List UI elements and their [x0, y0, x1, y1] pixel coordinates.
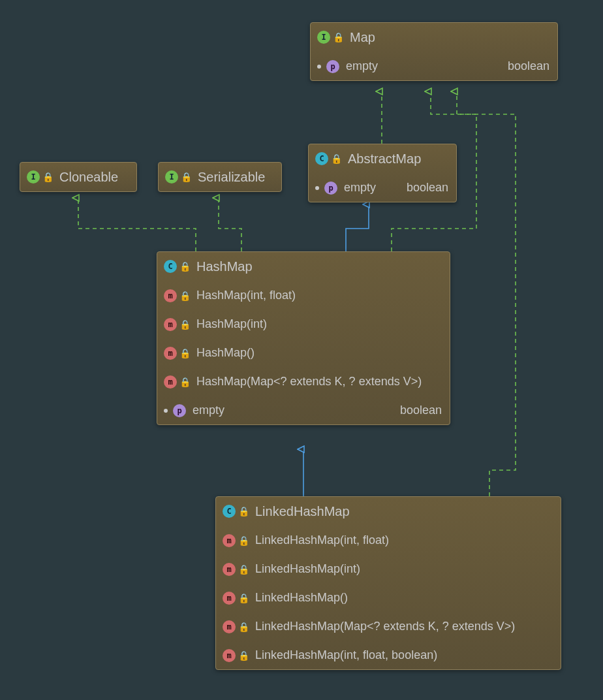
lock-icon: 🔒: [238, 506, 249, 517]
method-icon: m: [223, 563, 236, 576]
node-serializable[interactable]: I 🔒 Serializable: [158, 162, 282, 192]
lock-icon: 🔒: [238, 622, 249, 632]
class-name: Map: [350, 30, 549, 45]
uml-diagram-canvas: I 🔒 Map p empty boolean C 🔒 AbstractMap …: [0, 0, 603, 700]
lock-icon: 🔒: [179, 319, 190, 330]
property-icon: p: [173, 404, 186, 417]
node-map[interactable]: I 🔒 Map p empty boolean: [310, 22, 558, 81]
lock-icon: 🔒: [179, 348, 190, 358]
node-abstractmap[interactable]: C 🔒 AbstractMap p empty boolean: [308, 144, 457, 202]
method-row: m 🔒 LinkedHashMap(): [216, 583, 561, 612]
node-header: I 🔒 Map: [311, 23, 557, 52]
node-hashmap[interactable]: C 🔒 HashMap m 🔒 HashMap(int, float) m 🔒 …: [157, 251, 450, 425]
lock-icon: 🔒: [179, 291, 190, 301]
method-row: m 🔒 HashMap(int): [157, 310, 450, 338]
method-sig: HashMap(int): [196, 317, 442, 331]
dot-icon: [315, 186, 319, 190]
property-type: boolean: [508, 59, 549, 73]
class-name: Cloneable: [59, 170, 129, 185]
lock-icon: 🔒: [42, 172, 53, 182]
method-row: m 🔒 LinkedHashMap(Map<? extends K, ? ext…: [216, 612, 561, 641]
dot-icon: [317, 65, 321, 69]
property-name: empty: [193, 404, 387, 417]
method-sig: HashMap(int, float): [196, 289, 442, 302]
node-header: C 🔒 HashMap: [157, 252, 450, 281]
class-name: LinkedHashMap: [255, 504, 553, 519]
class-icon: C: [223, 505, 236, 518]
method-icon: m: [223, 534, 236, 547]
method-icon: m: [223, 620, 236, 633]
method-row: m 🔒 LinkedHashMap(int, float, boolean): [216, 641, 561, 669]
lock-icon: 🔒: [238, 564, 249, 575]
property-icon: p: [326, 60, 339, 73]
method-row: m 🔒 HashMap(): [157, 338, 450, 367]
interface-icon: I: [27, 170, 40, 183]
node-header: I 🔒 Cloneable: [20, 163, 136, 191]
method-sig: LinkedHashMap(): [255, 591, 553, 605]
class-icon: C: [164, 260, 177, 273]
property-row: p empty boolean: [311, 52, 557, 80]
class-name: Serializable: [198, 170, 273, 185]
class-name: HashMap: [196, 259, 442, 274]
node-header: I 🔒 Serializable: [159, 163, 281, 191]
property-row: p empty boolean: [157, 396, 450, 424]
method-row: m 🔒 LinkedHashMap(int): [216, 554, 561, 583]
lock-icon: 🔒: [179, 261, 190, 272]
dot-icon: [164, 409, 168, 413]
method-row: m 🔒 HashMap(int, float): [157, 281, 450, 310]
interface-icon: I: [165, 170, 178, 183]
method-sig: HashMap(): [196, 346, 442, 360]
method-icon: m: [223, 649, 236, 662]
property-type: boolean: [407, 181, 448, 195]
lock-icon: 🔒: [238, 535, 249, 546]
node-linkedhashmap[interactable]: C 🔒 LinkedHashMap m 🔒 LinkedHashMap(int,…: [215, 496, 561, 670]
class-name: AbstractMap: [348, 151, 448, 167]
method-icon: m: [164, 347, 177, 360]
method-sig: LinkedHashMap(int, float, boolean): [255, 648, 553, 662]
lock-icon: 🔒: [331, 153, 341, 164]
node-header: C 🔒 AbstractMap: [309, 144, 456, 173]
method-sig: LinkedHashMap(int, float): [255, 533, 553, 547]
lock-icon: 🔒: [181, 172, 191, 182]
method-icon: m: [164, 375, 177, 389]
method-sig: HashMap(Map<? extends K, ? extends V>): [196, 375, 442, 389]
lock-icon: 🔒: [179, 377, 190, 387]
property-type: boolean: [400, 404, 442, 417]
node-cloneable[interactable]: I 🔒 Cloneable: [20, 162, 137, 192]
method-icon: m: [164, 318, 177, 331]
property-icon: p: [324, 182, 337, 195]
lock-icon: 🔒: [238, 593, 249, 603]
lock-icon: 🔒: [238, 650, 249, 661]
lock-icon: 🔒: [333, 32, 343, 42]
method-icon: m: [164, 289, 177, 302]
class-icon: C: [315, 152, 328, 165]
property-name: empty: [344, 181, 394, 195]
interface-icon: I: [317, 31, 330, 44]
method-sig: LinkedHashMap(Map<? extends K, ? extends…: [255, 620, 553, 633]
node-header: C 🔒 LinkedHashMap: [216, 497, 561, 526]
method-icon: m: [223, 592, 236, 605]
method-row: m 🔒 HashMap(Map<? extends K, ? extends V…: [157, 367, 450, 396]
property-name: empty: [346, 59, 495, 73]
property-row: p empty boolean: [309, 173, 456, 202]
method-row: m 🔒 LinkedHashMap(int, float): [216, 526, 561, 554]
method-sig: LinkedHashMap(int): [255, 562, 553, 576]
